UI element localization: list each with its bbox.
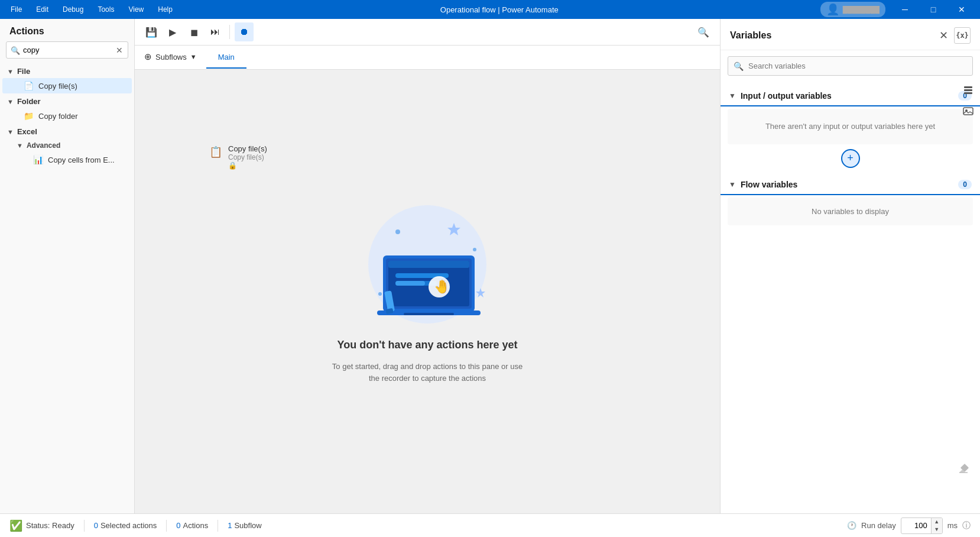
svg-rect-23 bbox=[964, 92, 972, 94]
eraser-icon[interactable] bbox=[954, 459, 973, 478]
variables-close-button[interactable]: ✕ bbox=[935, 27, 952, 44]
toolbar-separator bbox=[229, 25, 230, 39]
tree-category-folder-label: Folder bbox=[17, 97, 41, 106]
chevron-down-icon-flow: ▼ bbox=[729, 180, 736, 189]
toolbar: 💾 ▶ ◼ ⏭ ⏺ 🔍 bbox=[135, 19, 720, 46]
image-icon[interactable] bbox=[959, 102, 978, 121]
window-title: Operational flow | Power Automate bbox=[179, 5, 820, 14]
subflows-icon: ⊕ bbox=[144, 51, 152, 62]
copy-drag-icon: 📋 bbox=[209, 144, 222, 158]
search-input[interactable] bbox=[6, 41, 128, 59]
run-delay-spinners: ▲ ▼ bbox=[931, 518, 942, 533]
menu-file[interactable]: File bbox=[5, 3, 28, 16]
record-button[interactable]: ⏺ bbox=[235, 22, 254, 41]
chevron-down-icon-excel: ▼ bbox=[7, 128, 14, 135]
search-icon: 🔍 bbox=[11, 46, 20, 54]
tab-subflows[interactable]: ⊕ Subflows ▼ bbox=[135, 46, 206, 69]
variables-fx-button[interactable]: {x} bbox=[954, 27, 971, 44]
svg-point-1 bbox=[395, 229, 400, 234]
input-output-empty-text: There aren't any input or output variabl… bbox=[728, 109, 973, 144]
user-name: ████████ bbox=[843, 6, 880, 13]
selected-actions-count: 0 bbox=[94, 521, 98, 530]
close-button[interactable]: ✕ bbox=[948, 0, 975, 19]
svg-rect-24 bbox=[963, 108, 973, 115]
tree-item-copy-cells[interactable]: 📊 Copy cells from E... bbox=[2, 152, 132, 167]
flow-variables-section: ▼ Flow variables 0 No variables to displ… bbox=[721, 175, 980, 225]
tree-item-copy-folder[interactable]: 📁 Copy folder bbox=[2, 108, 132, 124]
run-delay-input[interactable] bbox=[901, 519, 931, 532]
layers-icon[interactable] bbox=[959, 80, 978, 99]
next-button[interactable]: ⏭ bbox=[206, 22, 225, 41]
tree-category-excel[interactable]: ▼ Excel bbox=[0, 124, 134, 138]
titlebar: File Edit Debug Tools View Help Operatio… bbox=[0, 0, 980, 19]
status-separator-2 bbox=[166, 520, 167, 532]
svg-point-3 bbox=[473, 248, 476, 251]
flow-variables-title: Flow variables bbox=[741, 180, 953, 189]
chevron-down-icon: ▼ bbox=[7, 68, 14, 75]
tree-subcategory-advanced[interactable]: ▼ Advanced bbox=[0, 138, 134, 152]
menu-view[interactable]: View bbox=[122, 3, 150, 16]
status-ready: ✅ Status: Ready bbox=[9, 519, 74, 532]
tree-item-copy-files[interactable]: 📄 Copy file(s) bbox=[2, 78, 132, 93]
input-output-section: ▼ Input / output variables 0 There aren'… bbox=[721, 86, 980, 168]
variables-search-input[interactable] bbox=[728, 56, 973, 76]
menu-edit[interactable]: Edit bbox=[30, 3, 54, 16]
menu-tools[interactable]: Tools bbox=[92, 3, 120, 16]
svg-point-5 bbox=[378, 292, 382, 296]
run-button[interactable]: ▶ bbox=[163, 22, 182, 41]
actions-tree: ▼ File 📄 Copy file(s) ▼ Folder 📁 Copy fo… bbox=[0, 63, 134, 513]
selected-actions-item: 0 Selected actions bbox=[94, 521, 157, 530]
variables-panel: Variables ✕ {x} bbox=[720, 19, 980, 513]
save-button[interactable]: 💾 bbox=[142, 22, 161, 41]
actions-label: Actions bbox=[183, 521, 209, 530]
variables-content: ▼ Input / output variables 0 There aren'… bbox=[721, 82, 980, 513]
excel-icon: 📊 bbox=[33, 155, 43, 164]
plus-icon: + bbox=[847, 152, 854, 164]
flow-canvas[interactable]: 📋 Copy file(s) Copy file(s) 🔒 bbox=[135, 70, 720, 513]
tree-category-file[interactable]: ▼ File bbox=[0, 63, 134, 78]
actions-count: 0 bbox=[176, 521, 180, 530]
drag-lock-icon: 🔒 bbox=[228, 161, 267, 170]
tree-category-folder[interactable]: ▼ Folder bbox=[0, 93, 134, 108]
maximize-button[interactable]: □ bbox=[920, 0, 947, 19]
status-separator-1 bbox=[84, 520, 85, 532]
menu-debug[interactable]: Debug bbox=[57, 3, 89, 16]
search-clear-button[interactable]: ✕ bbox=[114, 45, 125, 56]
run-delay-increment[interactable]: ▲ bbox=[932, 518, 942, 526]
input-output-title: Input / output variables bbox=[741, 91, 953, 101]
run-delay-decrement[interactable]: ▼ bbox=[932, 526, 942, 533]
copy-icon: 📄 bbox=[24, 81, 34, 90]
selected-actions-label: Selected actions bbox=[100, 521, 157, 530]
subflow-item: 1 Subflow bbox=[228, 521, 261, 530]
canvas-search-button[interactable]: 🔍 bbox=[694, 22, 713, 41]
menu-help[interactable]: Help bbox=[152, 3, 179, 16]
flow-variables-header[interactable]: ▼ Flow variables 0 bbox=[721, 175, 980, 195]
minimize-button[interactable]: ─ bbox=[891, 0, 919, 19]
actions-search-wrapper: 🔍 ✕ bbox=[6, 41, 128, 59]
titlebar-controls: 👤 ████████ ─ □ ✕ bbox=[820, 0, 975, 19]
flow-variables-count: 0 bbox=[958, 180, 972, 189]
titlebar-menu: File Edit Debug Tools View Help bbox=[5, 3, 179, 16]
tab-main[interactable]: Main bbox=[206, 47, 246, 69]
tree-category-excel-label: Excel bbox=[17, 127, 37, 136]
info-icon[interactable]: ⓘ bbox=[962, 520, 971, 531]
statusbar: ✅ Status: Ready 0 Selected actions 0 Act… bbox=[0, 513, 980, 537]
status-label: Status: Ready bbox=[26, 521, 74, 530]
actions-panel-header: Actions bbox=[0, 19, 134, 41]
drag-action-subtitle: Copy file(s) bbox=[228, 153, 267, 161]
flow-tabs: ⊕ Subflows ▼ Main bbox=[135, 46, 720, 70]
input-output-section-header[interactable]: ▼ Input / output variables 0 bbox=[721, 86, 980, 106]
dragging-action: 📋 Copy file(s) Copy file(s) 🔒 bbox=[206, 141, 271, 173]
variables-side-icons bbox=[956, 78, 980, 123]
add-variable-button[interactable]: + bbox=[841, 149, 860, 168]
svg-rect-22 bbox=[964, 89, 972, 91]
user-badge[interactable]: 👤 ████████ bbox=[820, 2, 885, 17]
chevron-down-icon-advanced: ▼ bbox=[17, 142, 23, 149]
empty-title: You don't have any actions here yet bbox=[337, 339, 517, 351]
drag-action-title: Copy file(s) bbox=[228, 144, 267, 153]
tab-main-label: Main bbox=[218, 53, 235, 62]
tree-item-copy-files-label: Copy file(s) bbox=[38, 82, 77, 90]
stop-button[interactable]: ◼ bbox=[184, 22, 203, 41]
chevron-down-icon-io: ▼ bbox=[729, 92, 736, 100]
flow-editor: 💾 ▶ ◼ ⏭ ⏺ 🔍 ⊕ Subflows ▼ Main 📋 bbox=[135, 19, 720, 513]
